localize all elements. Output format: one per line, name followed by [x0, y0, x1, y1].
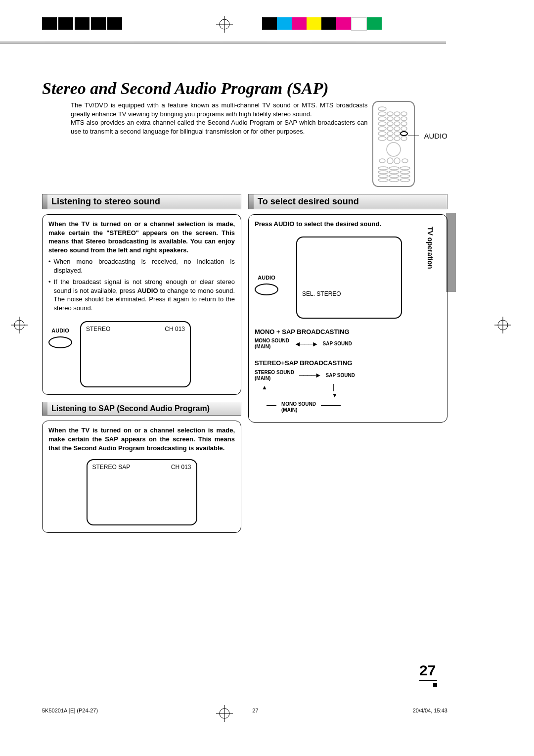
arrow-icon: ────►	[299, 371, 321, 380]
svg-point-9	[378, 107, 386, 111]
sap-bold-intro: When the TV is turned on or a channel se…	[48, 426, 235, 452]
screen-text: SEL. STEREO	[302, 290, 396, 298]
ellipse-button-icon	[48, 336, 72, 348]
screen-right: CH 013	[171, 463, 191, 471]
svg-point-47	[400, 175, 410, 178]
svg-point-31	[387, 137, 393, 141]
svg-point-28	[394, 132, 400, 136]
footer: 5K50201A [E] (P24-27) 27 20/4/04, 15:43	[42, 708, 447, 713]
heading-label: To select desired sound	[254, 194, 447, 209]
remote-wrap	[372, 101, 419, 187]
svg-point-43	[389, 171, 399, 174]
page-number-text: 27	[419, 662, 436, 678]
svg-point-19	[387, 122, 393, 126]
page-number: 27	[419, 662, 437, 687]
audio-button-label: AUDIO	[48, 327, 72, 334]
section-heading-sap: Listening to SAP (Second Audio Program)	[42, 402, 241, 416]
bullet2-btn: AUDIO	[137, 287, 158, 294]
section-body-stereo: When the TV is turned on or a channel se…	[42, 214, 241, 395]
connector-line	[267, 405, 276, 406]
svg-point-29	[400, 132, 407, 136]
svg-point-18	[378, 122, 386, 126]
svg-point-30	[378, 137, 386, 141]
registration-crosshair-right	[494, 317, 511, 335]
flow-box-stereo: STEREO SOUND (MAIN)	[255, 370, 294, 381]
intro-text: The TV/DVD is equipped with a feature kn…	[42, 101, 372, 136]
svg-point-39	[378, 167, 388, 170]
svg-point-16	[394, 117, 400, 121]
bullet-text: When mono broadcasting is received, no i…	[54, 257, 235, 275]
footer-center: 27	[252, 708, 258, 713]
content-area: Stereo and Second Audio Program (SAP) Th…	[42, 79, 447, 533]
svg-point-15	[387, 117, 393, 121]
svg-point-14	[378, 117, 386, 121]
svg-point-38	[402, 159, 408, 163]
svg-point-49	[389, 179, 399, 182]
section-body-select: Press AUDIO to select the desired sound.…	[248, 214, 447, 423]
svg-point-23	[387, 127, 393, 131]
remote-icon	[372, 101, 415, 187]
svg-point-32	[394, 137, 400, 141]
left-column: Listening to stereo sound When the TV is…	[42, 194, 241, 533]
footer-right: 20/4/04, 15:43	[413, 708, 447, 713]
flow-box-sap: SAP SOUND	[326, 373, 355, 378]
audio-button-label: AUDIO	[255, 274, 278, 282]
registration-crosshair-left	[11, 317, 28, 335]
arrow-row: ▲ │▼	[262, 383, 441, 399]
stereo-bullet-2: • If the broadcast signal is not strong …	[48, 278, 235, 312]
heading-label: Listening to stereo sound	[47, 194, 241, 209]
svg-point-24	[394, 127, 400, 131]
registration-marks-top	[0, 17, 534, 45]
svg-point-13	[401, 112, 407, 116]
flow-box-mono: MONO SOUND (MAIN)	[255, 338, 289, 350]
page: TV operation Stereo and Second Audio Pro…	[0, 0, 534, 756]
svg-point-44	[400, 171, 410, 174]
page-title: Stereo and Second Audio Program (SAP)	[42, 79, 447, 98]
registration-crosshair-bottom	[216, 705, 233, 723]
svg-point-34	[387, 142, 400, 156]
svg-point-12	[394, 112, 400, 116]
svg-point-41	[400, 167, 410, 170]
flow-box-mono: MONO SOUND (MAIN)	[281, 401, 316, 413]
svg-point-26	[378, 132, 386, 136]
audio-btn-row: AUDIO STEREO CH 013	[48, 321, 235, 387]
svg-point-37	[394, 158, 400, 164]
screen-left: STEREO	[86, 325, 110, 333]
svg-point-25	[401, 127, 407, 131]
arrow-down-icon: │▼	[332, 383, 338, 399]
remote-audio-label: AUDIO	[424, 132, 447, 140]
section-body-sap: When the TV is turned on or a channel se…	[42, 421, 241, 533]
svg-point-10	[378, 112, 386, 116]
footer-left: 5K50201A [E] (P24-27)	[42, 708, 98, 713]
screen-right: CH 013	[165, 325, 185, 333]
select-instruction: Press AUDIO to select the desired sound.	[255, 220, 441, 229]
diagram-mono-sap: MONO + SAP BROADCASTING MONO SOUND (MAIN…	[255, 328, 441, 350]
diagram-title: MONO + SAP BROADCASTING	[255, 328, 441, 336]
connector-line	[321, 405, 341, 406]
svg-point-21	[401, 122, 407, 126]
svg-point-48	[378, 179, 388, 182]
intro-row: The TV/DVD is equipped with a feature kn…	[42, 101, 447, 187]
svg-point-40	[389, 167, 399, 170]
section-heading-stereo: Listening to stereo sound	[42, 194, 241, 209]
heading-label: Listening to SAP (Second Audio Program)	[47, 402, 241, 415]
svg-point-45	[378, 175, 388, 178]
svg-point-11	[387, 112, 393, 116]
callout-line	[408, 136, 419, 136]
remote-buttons-icon	[375, 104, 412, 184]
audio-button-graphic: AUDIO	[255, 274, 278, 295]
svg-point-20	[394, 122, 400, 126]
svg-point-35	[379, 159, 385, 163]
color-swatches	[262, 17, 382, 31]
tv-screen-stereo: STEREO CH 013	[80, 321, 191, 387]
audio-button-graphic: AUDIO	[48, 327, 72, 348]
arrow-up-icon: ▲	[262, 383, 267, 399]
screen-left: STEREO SAP	[92, 463, 131, 471]
registration-crosshair-top	[216, 16, 233, 34]
svg-point-42	[378, 171, 388, 174]
svg-point-36	[387, 158, 393, 164]
svg-point-50	[400, 179, 410, 182]
columns: Listening to stereo sound When the TV is…	[42, 194, 447, 533]
tv-screen-select: SEL. STEREO	[296, 236, 402, 319]
diagram-title: STEREO+SAP BROADCASTING	[255, 359, 441, 368]
